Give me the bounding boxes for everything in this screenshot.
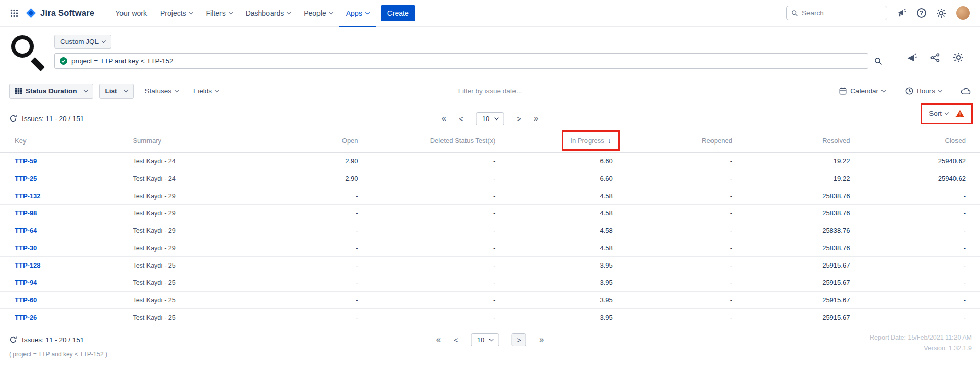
- top-navigation: Jira Software Your work Projects Filters…: [0, 0, 980, 27]
- column-header-summary[interactable]: Summary: [117, 129, 318, 153]
- jql-query-input[interactable]: [71, 57, 863, 65]
- pagination-top: « < 10 > »: [442, 112, 539, 125]
- issue-key-link[interactable]: TTP-98: [15, 209, 37, 217]
- jira-brand[interactable]: Jira Software: [26, 8, 94, 18]
- report-toolbar: Status Duration List Statuses Fields Fil…: [0, 80, 980, 102]
- column-header-deleted-status[interactable]: Deleted Status Test(x): [373, 129, 510, 153]
- table-row: TTP-25Test Kaydı - 242.90-6.60-19.222594…: [0, 170, 980, 187]
- nav-item-filters[interactable]: Filters: [200, 0, 239, 27]
- summary-cell: Test Kaydı - 29: [117, 187, 318, 205]
- issue-key-cell[interactable]: TTP-25: [0, 170, 117, 187]
- summary-cell: Test Kaydı - 25: [117, 309, 318, 326]
- closed-cell: -: [864, 205, 980, 222]
- column-header-in-progress[interactable]: In Progress ↓: [509, 129, 627, 153]
- issue-key-link[interactable]: TTP-25: [15, 175, 37, 182]
- prev-page-button[interactable]: <: [454, 335, 458, 344]
- prev-page-button[interactable]: <: [459, 114, 463, 123]
- closed-cell: 25940.62: [864, 153, 980, 170]
- deleted-status-cell: -: [373, 222, 510, 239]
- nav-item-people[interactable]: People: [297, 0, 339, 27]
- settings-icon[interactable]: [936, 8, 946, 18]
- closed-cell: -: [864, 222, 980, 239]
- issue-key-link[interactable]: TTP-60: [15, 296, 37, 304]
- sort-warning-icon[interactable]: [955, 109, 965, 118]
- resolved-cell: 25915.67: [747, 257, 864, 274]
- search-input[interactable]: [802, 9, 892, 17]
- reopened-cell: -: [627, 292, 747, 309]
- refresh-icon[interactable]: [9, 114, 17, 123]
- statuses-dropdown[interactable]: Statuses: [139, 84, 184, 98]
- issue-key-link[interactable]: TTP-64: [15, 227, 37, 234]
- issue-key-link[interactable]: TTP-128: [15, 261, 41, 269]
- issue-key-cell[interactable]: TTP-94: [0, 274, 117, 292]
- column-header-open[interactable]: Open: [318, 129, 373, 153]
- fields-dropdown[interactable]: Fields: [188, 84, 224, 98]
- report-meta: Report Date: 15/Feb/2021 11:20 AM Versio…: [870, 332, 972, 353]
- issue-key-cell[interactable]: TTP-60: [0, 292, 117, 309]
- announcement-icon[interactable]: [906, 53, 917, 63]
- user-avatar[interactable]: [956, 6, 970, 20]
- help-icon[interactable]: ?: [917, 8, 926, 18]
- view-select[interactable]: List: [99, 84, 134, 99]
- global-search[interactable]: [786, 6, 887, 20]
- column-header-reopened[interactable]: Reopened: [627, 129, 747, 153]
- summary-cell: Test Kaydı - 24: [117, 153, 318, 170]
- issue-key-cell[interactable]: TTP-132: [0, 187, 117, 205]
- issue-key-cell[interactable]: TTP-128: [0, 257, 117, 274]
- first-page-button[interactable]: «: [436, 334, 441, 345]
- run-query-search-icon[interactable]: [874, 57, 883, 65]
- issue-key-link[interactable]: TTP-132: [15, 192, 41, 200]
- resolved-cell: 25838.76: [747, 239, 864, 257]
- reopened-cell: -: [627, 239, 747, 257]
- summary-cell: Test Kaydı - 24: [117, 170, 318, 187]
- next-page-button[interactable]: >: [511, 333, 526, 346]
- first-page-button[interactable]: «: [442, 113, 446, 124]
- issue-date-filter[interactable]: Filter by issue date...: [458, 87, 522, 95]
- nav-item-apps[interactable]: Apps: [339, 0, 376, 27]
- report-settings-icon[interactable]: [953, 52, 964, 63]
- issue-key-cell[interactable]: TTP-59: [0, 153, 117, 170]
- report-type-select[interactable]: Status Duration: [9, 84, 93, 99]
- notifications-icon[interactable]: [897, 8, 907, 18]
- page-size-select[interactable]: 10: [471, 333, 499, 346]
- chevron-down-icon: [175, 88, 179, 92]
- issue-key-cell[interactable]: TTP-30: [0, 239, 117, 257]
- app-switcher-icon[interactable]: [10, 9, 18, 17]
- last-page-button[interactable]: »: [539, 334, 544, 345]
- nav-item-your-work[interactable]: Your work: [109, 0, 154, 27]
- column-header-resolved[interactable]: Resolved: [747, 129, 864, 153]
- jira-logo-icon: [26, 8, 36, 18]
- resolved-cell: 19.22: [747, 170, 864, 187]
- resolved-cell: 25915.67: [747, 274, 864, 292]
- closed-cell: -: [864, 239, 980, 257]
- last-page-button[interactable]: »: [534, 113, 538, 124]
- table-row: TTP-132Test Kaydı - 29--4.58-25838.76-: [0, 187, 980, 205]
- issue-key-link[interactable]: TTP-30: [15, 244, 37, 252]
- issue-key-cell[interactable]: TTP-26: [0, 309, 117, 326]
- issue-key-cell[interactable]: TTP-98: [0, 205, 117, 222]
- issue-key-cell[interactable]: TTP-64: [0, 222, 117, 239]
- share-icon[interactable]: [930, 53, 940, 62]
- page-size-select[interactable]: 10: [476, 112, 504, 125]
- calendar-dropdown[interactable]: Calendar: [834, 84, 891, 98]
- nav-item-projects[interactable]: Projects: [154, 0, 200, 27]
- query-mode-select[interactable]: Custom JQL: [54, 35, 111, 49]
- create-button[interactable]: Create: [381, 5, 415, 21]
- column-header-key[interactable]: Key: [0, 129, 117, 153]
- column-header-closed[interactable]: Closed: [864, 129, 980, 153]
- next-page-button[interactable]: >: [517, 114, 521, 123]
- hours-dropdown[interactable]: Hours: [900, 84, 947, 98]
- nav-item-dashboards[interactable]: Dashboards: [239, 0, 298, 27]
- deleted-status-cell: -: [373, 205, 510, 222]
- issue-key-link[interactable]: TTP-59: [15, 157, 37, 165]
- results-bar-top: Issues: 11 - 20 / 151 « < 10 > » Sort: [0, 102, 980, 127]
- resolved-cell: 25915.67: [747, 309, 864, 326]
- jql-input-box[interactable]: [54, 53, 868, 69]
- cloud-export-icon[interactable]: [961, 87, 971, 95]
- issue-key-link[interactable]: TTP-94: [15, 279, 37, 286]
- refresh-icon[interactable]: [9, 335, 17, 344]
- issue-key-link[interactable]: TTP-26: [15, 314, 37, 321]
- summary-cell: Test Kaydı - 25: [117, 257, 318, 274]
- sort-dropdown[interactable]: Sort: [929, 110, 948, 117]
- summary-cell: Test Kaydı - 29: [117, 222, 318, 239]
